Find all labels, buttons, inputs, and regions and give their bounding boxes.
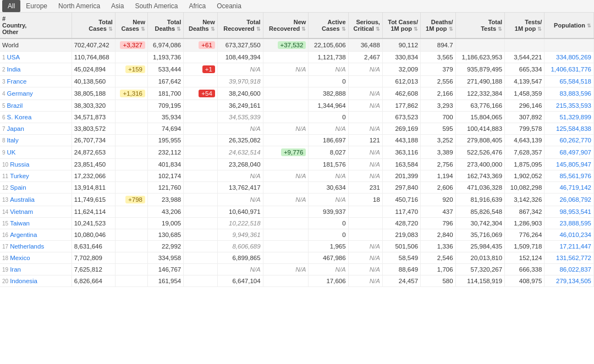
population-link[interactable]: 83,883,596 (559, 90, 591, 97)
country-link[interactable]: Turkey (10, 173, 29, 179)
table-row: 8Italy26,707,734195,95526,325,082186,697… (0, 135, 594, 146)
table-row: 6S. Korea34,571,87335,93434,535,9390673,… (0, 112, 594, 123)
col-header-deaths-per-1m[interactable]: Deaths/1M pop ⇅ (421, 13, 456, 38)
table-row: 15Taiwan10,241,52319,00510,222,5180428,7… (0, 218, 594, 229)
col-header-active-cases[interactable]: ActiveCases ⇅ (309, 13, 348, 38)
covid-table: # Country,Other TotalCases ⇅ NewCases ⇅ … (0, 13, 594, 287)
table-row: 17Netherlands8,631,64622,9928,606,6891,9… (0, 241, 594, 252)
country-link[interactable]: Argentina (10, 231, 37, 238)
table-row: 4Germany38,805,188+1,316181,700+5438,240… (0, 87, 594, 100)
col-header-total-recovered[interactable]: TotalRecovered ⇅ (217, 13, 263, 38)
population-link[interactable]: 1,406,631,776 (551, 66, 591, 73)
tab-asia[interactable]: Asia (106, 0, 129, 12)
tab-all[interactable]: All (2, 0, 20, 12)
table-row: 19Iran7,625,812146,767N/AN/AN/AN/A88,649… (0, 264, 594, 275)
table-row: 18Mexico7,702,809334,9586,899,865467,986… (0, 252, 594, 264)
tab-south-america[interactable]: South America (129, 0, 183, 12)
country-link[interactable]: Germany (7, 90, 33, 97)
population-link[interactable]: 85,561,976 (559, 173, 591, 179)
country-link[interactable]: UK (7, 149, 16, 156)
table-row: 7Japan33,803,57274,694N/AN/AN/AN/A269,16… (0, 123, 594, 135)
country-link[interactable]: Mexico (10, 255, 30, 261)
table-header-row: # Country,Other TotalCases ⇅ NewCases ⇅ … (0, 13, 594, 38)
table-row: 14Vietnam11,624,11443,20610,640,971939,9… (0, 206, 594, 218)
population-link[interactable]: 125,584,838 (556, 125, 591, 132)
table-row: 3France40,138,560167,64239,970,9180612,0… (0, 76, 594, 87)
region-tabs: All Europe North America Asia South Amer… (0, 0, 594, 13)
population-link[interactable]: 60,262,770 (559, 137, 591, 144)
table-row: 2India45,024,894+159533,444+1N/AN/AN/AN/… (0, 63, 594, 76)
col-header-tests-per-1m[interactable]: Tests/1M pop ⇅ (505, 13, 544, 38)
population-link[interactable]: 98,953,541 (559, 208, 591, 215)
population-link[interactable]: 65,584,518 (559, 78, 591, 85)
table-row: 1USA110,764,8681,193,736108,449,3941,121… (0, 52, 594, 63)
population-link[interactable]: 215,353,593 (556, 102, 591, 109)
col-header-tot-per-1m[interactable]: Tot Cases/1M pop ⇅ (382, 13, 420, 38)
country-link[interactable]: Russia (10, 161, 29, 168)
table-row: 20Indonesia6,826,664161,9546,647,10417,6… (0, 275, 594, 287)
world-row: World702,407,242+3,3276,974,086+61673,32… (0, 38, 594, 52)
col-header-population[interactable]: Population ⇅ (544, 13, 594, 38)
population-link[interactable]: 68,497,907 (559, 149, 591, 156)
country-link[interactable]: USA (7, 54, 20, 60)
country-link[interactable]: Indonesia (10, 278, 37, 284)
table-row: 11Turkey17,232,066102,174N/AN/AN/AN/A201… (0, 170, 594, 182)
table-row: 12Spain13,914,811121,76013,762,41730,634… (0, 182, 594, 194)
country-link[interactable]: India (7, 66, 21, 73)
population-link[interactable]: 51,329,899 (559, 114, 591, 120)
country-link[interactable]: S. Korea (7, 114, 32, 120)
table-row: 16Argentina10,080,046130,6859,949,361021… (0, 229, 594, 241)
population-link[interactable]: 131,562,772 (556, 255, 591, 261)
country-link[interactable]: Australia (10, 196, 35, 203)
country-link[interactable]: Brazil (7, 102, 23, 109)
country-link[interactable]: Japan (7, 125, 24, 132)
col-header-new-deaths[interactable]: NewDeaths ⇅ (184, 13, 218, 38)
country-link[interactable]: Iran (10, 266, 21, 273)
population-link[interactable]: 279,134,505 (556, 278, 591, 284)
population-link[interactable]: 26,068,792 (559, 196, 591, 203)
col-header-total-tests[interactable]: TotalTests ⇅ (455, 13, 505, 38)
table-row: 9UK24,872,653232,11224,632,514+9,7768,02… (0, 146, 594, 159)
tab-north-america[interactable]: North America (53, 0, 106, 12)
tab-oceania[interactable]: Oceania (211, 0, 247, 12)
table-row: 5Brazil38,303,320709,19536,249,1611,344,… (0, 100, 594, 112)
table-row: 10Russia23,851,450401,83423,268,040181,5… (0, 159, 594, 170)
col-header-country[interactable]: # Country,Other (0, 13, 72, 38)
col-header-new-recovered[interactable]: NewRecovered ⇅ (263, 13, 309, 38)
col-header-total-cases[interactable]: TotalCases ⇅ (72, 13, 115, 38)
country-link[interactable]: France (7, 78, 27, 85)
col-header-new-cases[interactable]: NewCases ⇅ (115, 13, 147, 38)
tab-africa[interactable]: Africa (183, 0, 211, 12)
col-header-total-deaths[interactable]: TotalDeaths ⇅ (147, 13, 183, 38)
population-link[interactable]: 17,211,447 (559, 243, 591, 250)
population-link[interactable]: 46,719,142 (559, 184, 591, 191)
table-row: 13Australia11,749,615+79823,988N/AN/AN/A… (0, 194, 594, 206)
population-link[interactable]: 334,805,269 (556, 54, 591, 60)
population-link[interactable]: 86,022,837 (559, 266, 591, 273)
population-link[interactable]: 46,010,234 (559, 231, 591, 238)
population-link[interactable]: 23,888,595 (559, 220, 591, 227)
country-link[interactable]: Netherlands (10, 243, 44, 250)
data-table-container: # Country,Other TotalCases ⇅ NewCases ⇅ … (0, 13, 594, 287)
population-link[interactable]: 145,805,947 (556, 161, 591, 168)
tab-europe[interactable]: Europe (20, 0, 53, 12)
country-link[interactable]: Vietnam (10, 208, 33, 215)
country-link[interactable]: Italy (7, 137, 19, 144)
col-header-serious[interactable]: Serious,Critical ⇅ (348, 13, 382, 38)
country-link[interactable]: Taiwan (10, 220, 30, 227)
country-link[interactable]: Spain (10, 184, 26, 191)
